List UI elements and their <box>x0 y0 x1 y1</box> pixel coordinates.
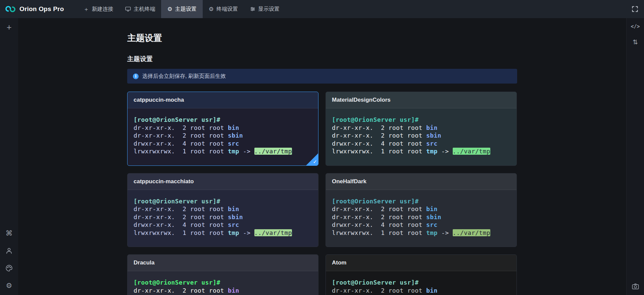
theme-card-header: catppuccin-macchiato <box>128 174 318 190</box>
theme-card-title: Atom <box>332 259 346 266</box>
gear-icon[interactable]: ⚙ <box>5 282 13 290</box>
terminal-line: [root@OrionServer usr]# <box>332 197 510 205</box>
theme-card[interactable]: MaterialDesignColors [root@OrionServer u… <box>326 92 517 166</box>
theme-card[interactable]: Dracula [root@OrionServer usr]#dr-xr-xr-… <box>127 254 318 295</box>
theme-card-header: Atom <box>326 255 516 271</box>
theme-card[interactable]: OneHalfDark [root@OrionServer usr]#dr-xr… <box>326 173 517 247</box>
sort-arrows-icon[interactable]: ⇅ <box>633 38 638 46</box>
nav-item-label: 主题设置 <box>175 6 197 13</box>
info-icon: i <box>133 73 139 79</box>
terminal-preview: [root@OrionServer usr]#dr-xr-xr-x. 2 roo… <box>128 190 318 247</box>
nav-item-label: 新建连接 <box>92 6 113 13</box>
main-area: 主题设置 主题设置 i 选择后会立刻保存, 刷新页面后生效 catppuccin… <box>18 18 626 295</box>
theme-card-title: OneHalfDark <box>332 178 366 185</box>
terminal-line: dr-xr-xr-x. 2 root root sbin <box>134 132 312 140</box>
nav-items: ＋ 新建连接 主机终端 ⚙ 主题设置 ⚙ 终端设置 <box>77 0 286 18</box>
terminal-line: [root@OrionServer usr]# <box>332 116 510 124</box>
gear-icon: ⚙ <box>167 6 172 12</box>
theme-card-title: catppuccin-mocha <box>134 97 184 103</box>
terminal-line: lrwxrwxrwx. 1 root root tmp -> ../var/tm… <box>332 229 510 237</box>
theme-card-header: MaterialDesignColors <box>326 92 516 108</box>
terminal-line: drwxr-xr-x. 4 root root src <box>134 221 312 229</box>
terminal-line: [root@OrionServer usr]# <box>332 279 510 287</box>
terminal-preview: [root@OrionServer usr]#dr-xr-xr-x. 2 roo… <box>326 271 516 295</box>
app-title: Orion Ops Pro <box>19 5 64 13</box>
screenshot-camera-icon[interactable] <box>631 282 639 290</box>
top-navbar: Orion Ops Pro ＋ 新建连接 主机终端 ⚙ 主题设置 ⚙ 终端设置 <box>0 0 644 18</box>
theme-card-title: MaterialDesignColors <box>332 97 391 103</box>
nav-item-new-connection[interactable]: ＋ 新建连接 <box>77 0 119 18</box>
theme-card-title: catppuccin-macchiato <box>134 178 194 185</box>
page-title: 主题设置 <box>127 32 517 44</box>
selected-check-icon: ✓ <box>313 159 317 165</box>
theme-card-header: Dracula <box>128 255 318 271</box>
info-alert-text: 选择后会立刻保存, 刷新页面后生效 <box>142 73 226 80</box>
terminal-preview: [root@OrionServer usr]#dr-xr-xr-x. 2 roo… <box>326 190 516 247</box>
theme-card[interactable]: Atom [root@OrionServer usr]#dr-xr-xr-x. … <box>326 254 517 295</box>
terminal-line: dr-xr-xr-x. 2 root root bin <box>332 287 510 295</box>
terminal-line: lrwxrwxrwx. 1 root root tmp -> ../var/tm… <box>134 147 312 155</box>
add-tab-icon[interactable]: + <box>6 22 11 32</box>
terminal-line: drwxr-xr-x. 4 root root src <box>332 140 510 148</box>
terminal-line: dr-xr-xr-x. 2 root root sbin <box>332 213 510 221</box>
plus-icon: ＋ <box>83 6 89 12</box>
right-sidebar: </> ⇅ <box>626 18 644 295</box>
left-sidebar: + ⌘ ⚙ <box>0 18 18 295</box>
terminal-line: drwxr-xr-x. 4 root root src <box>134 140 312 148</box>
theme-card-header: OneHalfDark <box>326 174 516 190</box>
terminal-line: [root@OrionServer usr]# <box>134 116 312 124</box>
theme-card-title: Dracula <box>134 259 154 266</box>
command-shortcuts-icon[interactable]: ⌘ <box>5 229 13 237</box>
terminal-line: dr-xr-xr-x. 2 root root bin <box>332 124 510 132</box>
gear-icon: ⚙ <box>209 6 214 12</box>
monitor-icon <box>125 6 131 12</box>
brand: Orion Ops Pro <box>0 0 64 18</box>
terminal-line: lrwxrwxrwx. 1 root root tmp -> ../var/tm… <box>134 229 312 237</box>
terminal-preview: [root@OrionServer usr]#dr-xr-xr-x. 2 roo… <box>326 108 516 165</box>
info-alert: i 选择后会立刻保存, 刷新页面后生效 <box>127 69 517 84</box>
user-icon[interactable] <box>5 247 13 255</box>
theme-card[interactable]: catppuccin-mocha [root@OrionServer usr]#… <box>127 92 318 166</box>
terminal-line: dr-xr-xr-x. 2 root root sbin <box>332 132 510 140</box>
terminal-line: dr-xr-xr-x. 2 root root bin <box>134 124 312 132</box>
theme-card[interactable]: catppuccin-macchiato [root@OrionServer u… <box>127 173 318 247</box>
terminal-preview: [root@OrionServer usr]#dr-xr-xr-x. 2 roo… <box>128 271 318 295</box>
terminal-line: dr-xr-xr-x. 2 root root sbin <box>134 213 312 221</box>
terminal-line: dr-xr-xr-x. 2 root root bin <box>134 205 312 213</box>
nav-item-label: 终端设置 <box>216 6 238 13</box>
nav-item-label: 主机终端 <box>134 6 155 13</box>
code-snippets-icon[interactable]: </> <box>631 23 640 30</box>
theme-grid: catppuccin-mocha [root@OrionServer usr]#… <box>127 92 517 295</box>
nav-item-host-terminal[interactable]: 主机终端 <box>119 0 161 18</box>
nav-item-display-settings[interactable]: 显示设置 <box>244 0 286 18</box>
nav-item-terminal-settings[interactable]: ⚙ 终端设置 <box>203 0 244 18</box>
section-title: 主题设置 <box>127 55 517 63</box>
theme-palette-icon[interactable] <box>5 264 13 272</box>
terminal-line: [root@OrionServer usr]# <box>134 197 312 205</box>
terminal-line: drwxr-xr-x. 4 root root src <box>332 221 510 229</box>
terminal-line: [root@OrionServer usr]# <box>134 279 312 287</box>
terminal-line: dr-xr-xr-x. 2 root root bin <box>134 287 312 295</box>
terminal-line: lrwxrwxrwx. 1 root root tmp -> ../var/tm… <box>332 147 510 155</box>
display-icon <box>250 6 255 12</box>
nav-item-label: 显示设置 <box>258 6 280 13</box>
theme-card-header: catppuccin-mocha <box>128 92 318 108</box>
app-logo-icon <box>5 4 16 14</box>
fullscreen-icon[interactable] <box>632 6 638 12</box>
nav-item-theme-settings[interactable]: ⚙ 主题设置 <box>161 0 202 18</box>
terminal-line: dr-xr-xr-x. 2 root root bin <box>332 205 510 213</box>
terminal-preview: [root@OrionServer usr]#dr-xr-xr-x. 2 roo… <box>128 108 318 165</box>
